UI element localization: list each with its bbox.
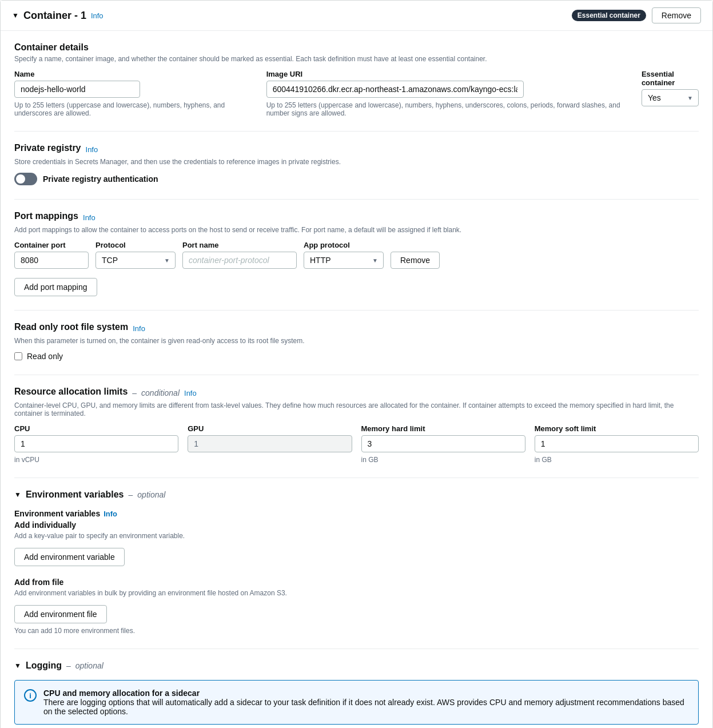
logging-info-box-1-title: CPU and memory allocation for a sidecar — [43, 689, 200, 698]
add-individually-title: Add individually — [14, 520, 699, 530]
private-registry-section: Private registry Info Store credentials … — [14, 143, 699, 185]
memory-hard-label: Memory hard limit — [361, 424, 525, 433]
add-env-file-button[interactable]: Add environment file — [14, 605, 107, 623]
logging-info-box-1-desc: There are logging options that will auto… — [43, 698, 684, 716]
add-individually-desc: Add a key-value pair to specify an envir… — [14, 532, 699, 540]
panel-title-info[interactable]: Info — [91, 11, 103, 20]
cpu-group: CPU in vCPU — [14, 424, 178, 464]
env-collapse-icon: ▼ — [14, 491, 21, 499]
essential-group: Essential container Yes No — [642, 70, 699, 106]
read-only-checkbox-label: Read only — [27, 352, 63, 361]
private-registry-desc: Store credentials in Secrets Manager, an… — [14, 158, 699, 166]
port-mapping-row: Container port Protocol TCP UDP Port na — [14, 241, 699, 269]
panel-title: Container - 1 — [23, 10, 86, 22]
env-info[interactable]: Info — [103, 510, 117, 518]
image-uri-input[interactable] — [266, 81, 524, 98]
container-details-section: Container details Specify a name, contai… — [14, 42, 699, 117]
logging-title: Logging — [26, 661, 62, 671]
essential-select[interactable]: Yes No — [642, 89, 699, 106]
memory-hard-group: Memory hard limit in GB — [361, 424, 525, 464]
container-port-group: Container port — [14, 241, 89, 269]
memory-soft-label: Memory soft limit — [535, 424, 699, 433]
private-registry-info[interactable]: Info — [86, 145, 98, 154]
add-from-file-desc: Add environment variables in bulk by pro… — [14, 589, 699, 597]
essential-badge: Essential container — [572, 10, 646, 21]
container-details-form-row: Name Up to 255 letters (uppercase and lo… — [14, 70, 699, 117]
protocol-select[interactable]: TCP UDP — [95, 252, 176, 269]
add-from-file-subsection: Add from file Add environment variables … — [14, 578, 699, 635]
env-subsection: Environment variables Info Add individua… — [14, 509, 699, 566]
port-remove-group: Remove — [391, 252, 440, 269]
memory-hard-input[interactable] — [361, 435, 525, 452]
panel-header: ▼ Container - 1 Info Essential container… — [1, 1, 712, 31]
port-mappings-desc: Add port mappings to allow the container… — [14, 226, 699, 234]
info-icon-1: i — [24, 689, 37, 702]
logging-info-box-1: i CPU and memory allocation for a sideca… — [14, 680, 699, 725]
private-registry-toggle[interactable] — [14, 173, 37, 185]
private-registry-toggle-row: Private registry authentication — [14, 173, 699, 185]
resource-allocation-title: Resource allocation limits — [14, 387, 128, 397]
container-details-title: Container details — [14, 42, 699, 53]
logging-optional-label: optional — [75, 661, 103, 670]
port-mappings-info[interactable]: Info — [83, 213, 95, 222]
gpu-input — [188, 435, 352, 452]
add-port-mapping-button[interactable]: Add port mapping — [14, 278, 97, 296]
name-input[interactable] — [14, 81, 140, 98]
port-name-input[interactable] — [182, 252, 297, 269]
logging-header[interactable]: ▼ Logging – optional — [14, 661, 699, 671]
read-only-checkbox-row: Read only — [14, 352, 699, 361]
image-uri-group: Image URI Up to 255 letters (uppercase a… — [266, 70, 632, 117]
private-registry-toggle-label: Private registry authentication — [43, 174, 158, 184]
read-only-checkbox[interactable] — [14, 352, 22, 360]
toggle-slider — [14, 173, 37, 185]
port-mappings-title: Port mappings — [14, 211, 78, 221]
app-protocol-select-wrapper: HTTP HTTP2 gRPC — [304, 252, 384, 269]
env-variables-header[interactable]: ▼ Environment variables – optional — [14, 490, 699, 500]
read-only-desc: When this parameter is turned on, the co… — [14, 337, 699, 345]
memory-soft-input[interactable] — [535, 435, 699, 452]
read-only-title: Read only root file system — [14, 322, 128, 332]
panel-remove-button[interactable]: Remove — [652, 7, 701, 23]
port-remove-button[interactable]: Remove — [391, 252, 440, 269]
private-registry-title: Private registry — [14, 143, 81, 153]
resource-allocation-section: Resource allocation limits – conditional… — [14, 387, 699, 464]
panel-header-right: Essential container Remove — [572, 7, 701, 23]
memory-hard-unit: in GB — [361, 456, 525, 464]
read-only-info[interactable]: Info — [133, 324, 145, 333]
image-uri-hint: Up to 255 letters (uppercase and lowerca… — [266, 101, 632, 117]
port-name-group: Port name — [182, 241, 297, 269]
resource-allocation-info[interactable]: Info — [184, 389, 197, 397]
logging-info-box-1-content: CPU and memory allocation for a sidecar … — [43, 689, 689, 716]
image-uri-label: Image URI — [266, 70, 632, 78]
resource-allocation-desc: Container-level CPU, GPU, and memory lim… — [14, 401, 699, 417]
add-env-var-button[interactable]: Add environment variable — [14, 548, 125, 566]
env-optional-label: optional — [137, 490, 165, 499]
name-group: Name Up to 255 letters (uppercase and lo… — [14, 70, 257, 117]
logging-section: ▼ Logging – optional i CPU and memory al… — [14, 661, 699, 728]
panel-body: Container details Specify a name, contai… — [1, 31, 712, 728]
app-protocol-select[interactable]: HTTP HTTP2 gRPC — [304, 252, 384, 269]
container-port-label: Container port — [14, 241, 89, 249]
essential-select-wrapper: Yes No — [642, 89, 699, 106]
resource-row: CPU in vCPU GPU Memory hard limit in GB … — [14, 424, 699, 464]
name-label: Name — [14, 70, 257, 78]
app-protocol-group: App protocol HTTP HTTP2 gRPC — [304, 241, 384, 269]
collapse-icon[interactable]: ▼ — [12, 11, 19, 19]
resource-conditional-label: conditional — [141, 388, 180, 397]
env-variables-section: ▼ Environment variables – optional Envir… — [14, 490, 699, 635]
cpu-unit: in vCPU — [14, 456, 178, 464]
cpu-label: CPU — [14, 424, 178, 433]
gpu-label: GPU — [188, 424, 352, 433]
add-from-file-title: Add from file — [14, 578, 699, 587]
logging-collapse-icon: ▼ — [14, 662, 21, 670]
env-sub-title: Environment variables Info — [14, 509, 699, 518]
port-name-label: Port name — [182, 241, 297, 249]
app-protocol-label: App protocol — [304, 241, 384, 249]
protocol-label: Protocol — [95, 241, 176, 249]
container-port-input[interactable] — [14, 252, 89, 269]
cpu-input[interactable] — [14, 435, 178, 452]
panel-header-left: ▼ Container - 1 Info — [12, 10, 103, 22]
env-file-note: You can add 10 more environment files. — [14, 627, 699, 635]
port-mappings-section: Port mappings Info Add port mappings to … — [14, 211, 699, 296]
env-variables-title: Environment variables — [26, 490, 124, 500]
